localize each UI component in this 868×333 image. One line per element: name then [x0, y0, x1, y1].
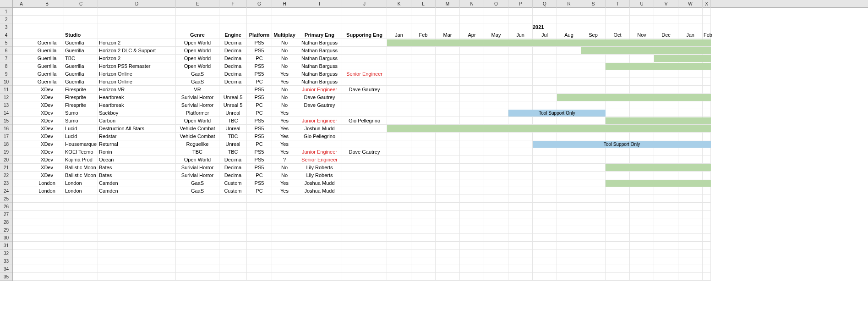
org-cell[interactable]: XDev	[30, 156, 64, 164]
title-cell[interactable]: Horizon 2	[98, 55, 176, 62]
col-header-P[interactable]: P	[508, 0, 533, 8]
studio-cell[interactable]: Sumo	[64, 117, 98, 125]
genre-cell[interactable]: Vehicle Combat	[176, 133, 219, 140]
studio-cell[interactable]: Guerrilla	[64, 78, 98, 86]
studio-cell[interactable]: Firesprite	[64, 86, 98, 94]
engine-cell[interactable]: Decima	[219, 172, 247, 179]
row-header-6[interactable]: 6	[0, 47, 12, 55]
multiplay-cell[interactable]: Yes	[272, 179, 297, 187]
title-cell[interactable]: Ronin	[98, 148, 176, 156]
row-header-32[interactable]: 32	[0, 250, 12, 257]
title-cell[interactable]: Bates	[98, 164, 176, 172]
row-header-13[interactable]: 13	[0, 101, 12, 109]
col-header-S[interactable]: S	[581, 0, 606, 8]
multiplay-cell[interactable]: Yes	[272, 70, 297, 78]
genre-cell[interactable]: Open World	[176, 117, 219, 125]
org-cell[interactable]: XDev	[30, 140, 64, 148]
col-header-J[interactable]: J	[342, 0, 387, 8]
org-cell[interactable]: XDev	[30, 125, 64, 133]
row-header-15[interactable]: 15	[0, 117, 12, 125]
org-cell[interactable]: London	[30, 187, 64, 195]
genre-cell[interactable]: Surivial Horror	[176, 172, 219, 179]
col-header-G[interactable]: G	[247, 0, 272, 8]
row-header-22[interactable]: 22	[0, 172, 12, 179]
supporting-eng-cell[interactable]	[342, 187, 387, 195]
multiplay-cell[interactable]: No	[272, 47, 297, 55]
row-header-2[interactable]: 2	[0, 16, 12, 23]
supporting-eng-cell[interactable]: Gio Pellegrino	[342, 117, 387, 125]
row-header-21[interactable]: 21	[0, 164, 12, 172]
platform-cell[interactable]: PS5	[247, 133, 272, 140]
primary-eng-cell[interactable]: Dave Gautrey	[297, 94, 342, 101]
studio-cell[interactable]: KOEI Tecmo	[64, 148, 98, 156]
supporting-eng-cell[interactable]	[342, 78, 387, 86]
col-header-A[interactable]: A	[13, 0, 30, 8]
multiplay-cell[interactable]: No	[272, 55, 297, 62]
row-header-8[interactable]: 8	[0, 62, 12, 70]
col-header-E[interactable]: E	[176, 0, 219, 8]
row-header-10[interactable]: 10	[0, 78, 12, 86]
primary-eng-cell[interactable]: Nathan Barguss	[297, 47, 342, 55]
col-header-R[interactable]: R	[557, 0, 581, 8]
org-cell[interactable]: XDev	[30, 148, 64, 156]
primary-eng-cell[interactable]	[297, 140, 342, 148]
platform-cell[interactable]: PS5	[247, 86, 272, 94]
platform-cell[interactable]: PS5	[247, 62, 272, 70]
genre-cell[interactable]: Open World	[176, 156, 219, 164]
title-cell[interactable]: Carbon	[98, 117, 176, 125]
engine-cell[interactable]: Decima	[219, 55, 247, 62]
studio-cell[interactable]: TBC	[64, 55, 98, 62]
title-cell[interactable]: Horizon 2	[98, 39, 176, 47]
supporting-eng-cell[interactable]	[342, 133, 387, 140]
org-cell[interactable]: Guerrilla	[30, 39, 64, 47]
studio-cell[interactable]: Housemarque	[64, 140, 98, 148]
studio-cell[interactable]: Lucid	[64, 125, 98, 133]
col-header-Q[interactable]: Q	[533, 0, 557, 8]
title-cell[interactable]: Heartbreak	[98, 101, 176, 109]
genre-cell[interactable]: Open World	[176, 47, 219, 55]
platform-cell[interactable]: PS5	[247, 94, 272, 101]
col-header-V[interactable]: V	[654, 0, 678, 8]
row-header-35[interactable]: 35	[0, 273, 12, 281]
engine-cell[interactable]: Unreal	[219, 140, 247, 148]
studio-cell[interactable]: Ballistic Moon	[64, 172, 98, 179]
title-cell[interactable]: Bates	[98, 172, 176, 179]
multiplay-cell[interactable]: No	[272, 86, 297, 94]
platform-cell[interactable]: PS5	[247, 117, 272, 125]
studio-cell[interactable]: Lucid	[64, 133, 98, 140]
col-header-X[interactable]: X	[703, 0, 711, 8]
platform-cell[interactable]: PS5	[247, 179, 272, 187]
title-cell[interactable]: Horizon 2 DLC & Support	[98, 47, 176, 55]
org-cell[interactable]: XDev	[30, 164, 64, 172]
org-cell[interactable]: XDev	[30, 86, 64, 94]
row-header-11[interactable]: 11	[0, 86, 12, 94]
row-header-29[interactable]: 29	[0, 226, 12, 234]
row-header-28[interactable]: 28	[0, 218, 12, 226]
multiplay-cell[interactable]: Yes	[272, 78, 297, 86]
multiplay-cell[interactable]: No	[272, 101, 297, 109]
platform-cell[interactable]: PS5	[247, 39, 272, 47]
platform-cell[interactable]: PS5	[247, 47, 272, 55]
title-cell[interactable]: Horizon PS5 Remaster	[98, 62, 176, 70]
multiplay-cell[interactable]: Yes	[272, 117, 297, 125]
engine-cell[interactable]: Unreal	[219, 109, 247, 117]
genre-cell[interactable]: Surivial Horror	[176, 164, 219, 172]
row-header-14[interactable]: 14	[0, 109, 12, 117]
supporting-eng-cell[interactable]	[342, 156, 387, 164]
engine-cell[interactable]: Decima	[219, 78, 247, 86]
col-header-C[interactable]: C	[64, 0, 98, 8]
primary-eng-cell[interactable]: Junior Engineer	[297, 148, 342, 156]
title-cell[interactable]: Ocean	[98, 156, 176, 164]
genre-cell[interactable]: Open World	[176, 55, 219, 62]
genre-cell[interactable]: Roguelike	[176, 140, 219, 148]
org-cell[interactable]: Guerrilla	[30, 55, 64, 62]
supporting-eng-cell[interactable]	[342, 109, 387, 117]
genre-cell[interactable]: TBC	[176, 148, 219, 156]
col-header-T[interactable]: T	[606, 0, 630, 8]
primary-eng-cell[interactable]: Lily Roberts	[297, 164, 342, 172]
engine-cell[interactable]	[219, 86, 247, 94]
platform-cell[interactable]: PS5	[247, 164, 272, 172]
row-header-17[interactable]: 17	[0, 133, 12, 140]
genre-cell[interactable]: VR	[176, 86, 219, 94]
row-header-16[interactable]: 16	[0, 125, 12, 133]
